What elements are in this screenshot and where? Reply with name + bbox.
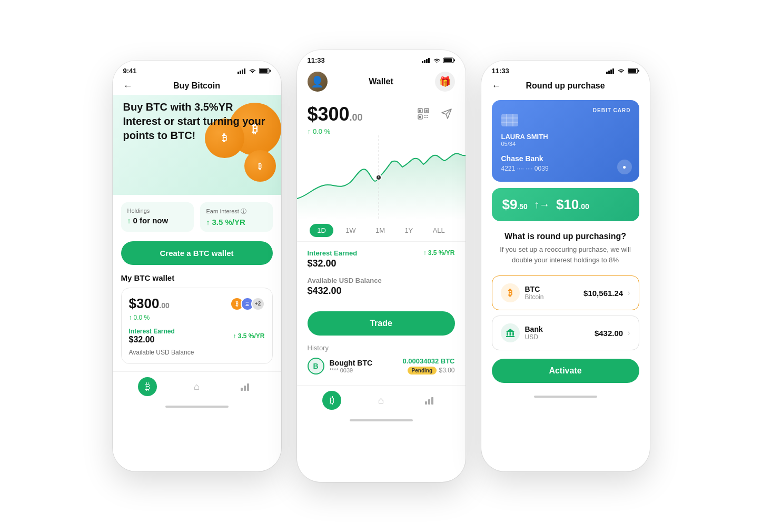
time-1y[interactable]: 1Y [397, 224, 420, 237]
holdings-value: ↑ 0 for now [127, 216, 187, 225]
time-all[interactable]: ALL [425, 224, 452, 237]
chart-nav-icon-2 [425, 396, 436, 405]
amount-before: $9.50 [502, 196, 528, 213]
btc-asset-item[interactable]: ₿ BTC Bitcoin $10,561.24 › [492, 275, 639, 310]
bottom-nav-2: ₿ ⌂ [297, 385, 466, 416]
home-indicator-2 [350, 419, 413, 421]
svg-rect-5 [260, 69, 268, 73]
avail-balance-label: Available USD Balance [129, 349, 265, 356]
chart-actions [415, 105, 455, 122]
avail-balance-value: $432.00 [308, 285, 382, 297]
time-1m[interactable]: 1M [368, 224, 392, 237]
bank-asset-left: Bank USD [501, 323, 543, 342]
nav-chart-1[interactable] [236, 377, 255, 396]
nav-bitcoin-1[interactable]: ₿ [138, 377, 157, 396]
svg-rect-25 [424, 117, 425, 118]
wifi-icon-3 [617, 68, 625, 74]
phone-2: 11:33 [297, 50, 466, 482]
home-indicator-1 [165, 406, 229, 408]
earn-arrow-icon: ↑ [206, 218, 210, 226]
status-icons-1 [237, 68, 271, 74]
status-icons-2 [422, 57, 455, 63]
svg-rect-38 [628, 69, 636, 73]
history-btc-amount: 0.00034032 BTC [402, 357, 454, 365]
bank-asset-name: Bank [525, 325, 543, 333]
svg-rect-47 [512, 332, 514, 336]
send-button[interactable] [438, 105, 455, 122]
qr-code-button[interactable] [415, 105, 432, 122]
amount-after: $10.00 [556, 196, 589, 213]
time-1w[interactable]: 1W [338, 224, 363, 237]
page-title-3: Round up purchase [526, 81, 605, 91]
btc-asset-sub: Bitcoin [525, 293, 544, 301]
wallet-pct-change: ↑ 0.0 % [129, 314, 265, 321]
wallet-amount-row: $300.00 ₿ Ξ +2 [129, 295, 265, 312]
avatar[interactable]: 👤 [308, 72, 328, 92]
chart-container [297, 135, 466, 220]
svg-rect-45 [507, 332, 508, 336]
svg-rect-22 [419, 116, 421, 118]
send-icon [441, 108, 452, 120]
nav-bitcoin-2[interactable]: ₿ [322, 391, 341, 410]
svg-rect-35 [610, 70, 612, 74]
svg-rect-16 [454, 60, 455, 62]
wallet-title: Wallet [369, 77, 393, 86]
time-1d[interactable]: 1D [310, 224, 333, 237]
svg-rect-46 [509, 332, 511, 336]
main-balance-cents: .00 [350, 112, 363, 123]
svg-rect-23 [424, 115, 425, 116]
debit-card-visual: DEBIT CARD LAURA SMITH 05/34 Chase Bank … [492, 100, 639, 182]
crypto-icons: ₿ Ξ +2 [233, 297, 265, 311]
status-bar-1: 9:41 [113, 61, 281, 78]
svg-rect-26 [427, 117, 428, 118]
svg-rect-10 [422, 61, 423, 63]
chart-nav-icon-1 [241, 382, 251, 391]
svg-rect-3 [244, 68, 245, 74]
wifi-icon-2 [433, 58, 441, 63]
phone-3: 11:33 [481, 61, 650, 471]
interest-rate: ↑ 3.5 %/YR [233, 332, 264, 340]
interest-rate-arrow: ↑ [233, 332, 236, 340]
avail-balance-label-2: Available USD Balance [308, 277, 382, 284]
interest-rate-value: 3.5 %/YR [238, 332, 265, 340]
home-indicator-3 [534, 396, 597, 398]
holdings-card: Holdings ↑ 0 for now [121, 202, 194, 232]
interest-rate-badge: ↑ 3.5 %/YR [423, 249, 455, 257]
svg-rect-40 [501, 114, 518, 126]
svg-rect-12 [426, 59, 428, 63]
hero-section: Buy BTC with 3.5%YR Interest or start tu… [113, 95, 281, 195]
gift-button[interactable]: 🎁 [435, 72, 455, 92]
amount-before-cents: .50 [517, 202, 527, 211]
btc-asset-left: ₿ BTC Bitcoin [501, 283, 544, 302]
nav-chart-2[interactable] [421, 391, 440, 410]
holdings-amount: 0 for now [133, 216, 169, 225]
balance-info: $300.00 ↑ 0.0 % [308, 103, 363, 135]
roundup-amounts-card: $9.50 ↑→ $10.00 [492, 188, 639, 221]
interest-row: Interest Earned $32.00 ↑ 3.5 %/YR [129, 328, 265, 344]
svg-rect-31 [428, 399, 430, 405]
battery-icon-1 [259, 68, 271, 74]
create-wallet-button[interactable]: Create a BTC wallet [121, 241, 273, 265]
nav-home-1[interactable]: ⌂ [187, 377, 206, 396]
back-button-3[interactable]: ← [492, 81, 501, 92]
nav-bar-3: ← Round up purchase [481, 78, 650, 95]
activate-button[interactable]: Activate [492, 359, 639, 383]
bottom-nav-1: ₿ ⌂ [113, 371, 281, 402]
holdings-label: Holdings [127, 208, 187, 214]
history-left: B Bought BTC **** 0039 [308, 358, 373, 375]
page-title-1: Buy Bitcoin [173, 81, 220, 91]
earn-interest-card: Earn interest ⓘ ↑ 3.5 %/YR [200, 202, 273, 232]
interest-amount: $32.00 [129, 335, 175, 344]
bank-asset-item[interactable]: Bank USD $432.00 › [492, 316, 639, 350]
back-button-1[interactable]: ← [123, 81, 133, 92]
bank-icon-svg [506, 328, 515, 338]
signal-icon-2 [422, 58, 430, 63]
trade-button[interactable]: Trade [308, 311, 455, 336]
interest-earned-value: $32.00 [308, 258, 358, 269]
time-2: 11:33 [308, 56, 325, 64]
nav-home-2[interactable]: ⌂ [371, 391, 390, 410]
interest-label: Interest Earned [129, 328, 175, 335]
history-status-row: Pending $3.00 [402, 365, 454, 375]
time-selector: 1D 1W 1M 1Y ALL [297, 220, 466, 242]
svg-rect-49 [506, 336, 514, 337]
